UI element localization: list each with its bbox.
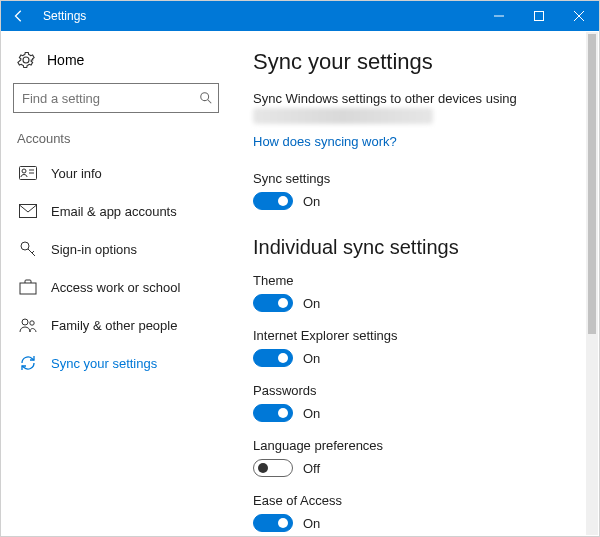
- individual-row: On: [253, 294, 577, 312]
- search-wrap: [13, 83, 219, 113]
- individual-label: Theme: [253, 273, 577, 288]
- individual-toggle[interactable]: [253, 294, 293, 312]
- search-icon: [199, 91, 213, 105]
- sidebar-item-label: Family & other people: [51, 318, 177, 333]
- account-email-redacted: [253, 108, 433, 124]
- svg-line-3: [208, 100, 212, 104]
- svg-line-10: [28, 249, 35, 256]
- sidebar-item-work[interactable]: Access work or school: [11, 268, 221, 306]
- arrow-left-icon: [12, 9, 26, 23]
- window-title: Settings: [37, 9, 479, 23]
- sync-settings-toggle[interactable]: [253, 192, 293, 210]
- svg-point-5: [22, 169, 26, 173]
- individual-label: Passwords: [253, 383, 577, 398]
- window-controls: [479, 1, 599, 31]
- maximize-button[interactable]: [519, 1, 559, 31]
- svg-point-13: [22, 319, 28, 325]
- sidebar-item-label: Your info: [51, 166, 102, 181]
- individual-label: Ease of Access: [253, 493, 577, 508]
- sidebar-item-email[interactable]: Email & app accounts: [11, 192, 221, 230]
- key-icon: [19, 240, 37, 258]
- individual-label: Internet Explorer settings: [253, 328, 577, 343]
- individual-label: Language preferences: [253, 438, 577, 453]
- sidebar: Home Accounts Your info Email & app acco…: [1, 31, 231, 536]
- individual-toggle[interactable]: [253, 459, 293, 477]
- minimize-icon: [494, 11, 504, 21]
- sync-settings-state: On: [303, 194, 320, 209]
- individual-state: On: [303, 296, 320, 311]
- scrollbar[interactable]: [586, 32, 598, 535]
- sync-settings-label: Sync settings: [253, 171, 577, 186]
- minimize-button[interactable]: [479, 1, 519, 31]
- individual-heading: Individual sync settings: [253, 236, 577, 259]
- svg-point-9: [21, 242, 29, 250]
- settings-window: Settings Home: [0, 0, 600, 537]
- briefcase-icon: [19, 278, 37, 296]
- titlebar: Settings: [1, 1, 599, 31]
- maximize-icon: [534, 11, 544, 21]
- sidebar-item-signin[interactable]: Sign-in options: [11, 230, 221, 268]
- individual-toggle[interactable]: [253, 514, 293, 532]
- close-button[interactable]: [559, 1, 599, 31]
- sidebar-item-label: Email & app accounts: [51, 204, 177, 219]
- individual-row: Off: [253, 459, 577, 477]
- home-button[interactable]: Home: [11, 45, 221, 79]
- section-label: Accounts: [11, 127, 221, 154]
- home-label: Home: [47, 52, 84, 68]
- scrollbar-thumb[interactable]: [588, 34, 596, 334]
- sidebar-item-sync[interactable]: Sync your settings: [11, 344, 221, 382]
- individual-state: On: [303, 406, 320, 421]
- svg-line-11: [32, 251, 34, 253]
- sidebar-item-label: Access work or school: [51, 280, 180, 295]
- back-button[interactable]: [1, 1, 37, 31]
- help-link[interactable]: How does syncing work?: [253, 134, 397, 149]
- sidebar-item-label: Sign-in options: [51, 242, 137, 257]
- main-content: Sync your settings Sync Windows settings…: [231, 31, 599, 536]
- search-input[interactable]: [13, 83, 219, 113]
- individual-row: On: [253, 349, 577, 367]
- individual-state: On: [303, 351, 320, 366]
- svg-rect-8: [20, 205, 37, 218]
- individual-state: Off: [303, 461, 320, 476]
- individual-list: ThemeOnInternet Explorer settingsOnPassw…: [253, 273, 577, 536]
- individual-toggle[interactable]: [253, 404, 293, 422]
- sync-icon: [19, 354, 37, 372]
- sync-settings-row: On: [253, 192, 577, 210]
- sidebar-item-label: Sync your settings: [51, 356, 157, 371]
- individual-toggle[interactable]: [253, 349, 293, 367]
- svg-rect-12: [20, 283, 36, 294]
- individual-row: On: [253, 514, 577, 532]
- close-icon: [574, 11, 584, 21]
- svg-point-2: [201, 93, 209, 101]
- page-heading: Sync your settings: [253, 49, 577, 75]
- people-icon: [19, 316, 37, 334]
- sidebar-item-your-info[interactable]: Your info: [11, 154, 221, 192]
- svg-rect-1: [535, 12, 544, 21]
- svg-point-14: [30, 321, 34, 325]
- sync-description: Sync Windows settings to other devices u…: [253, 91, 577, 106]
- app-body: Home Accounts Your info Email & app acco…: [1, 31, 599, 536]
- person-card-icon: [19, 164, 37, 182]
- individual-row: On: [253, 404, 577, 422]
- mail-icon: [19, 202, 37, 220]
- gear-icon: [17, 51, 35, 69]
- individual-state: On: [303, 516, 320, 531]
- sidebar-item-family[interactable]: Family & other people: [11, 306, 221, 344]
